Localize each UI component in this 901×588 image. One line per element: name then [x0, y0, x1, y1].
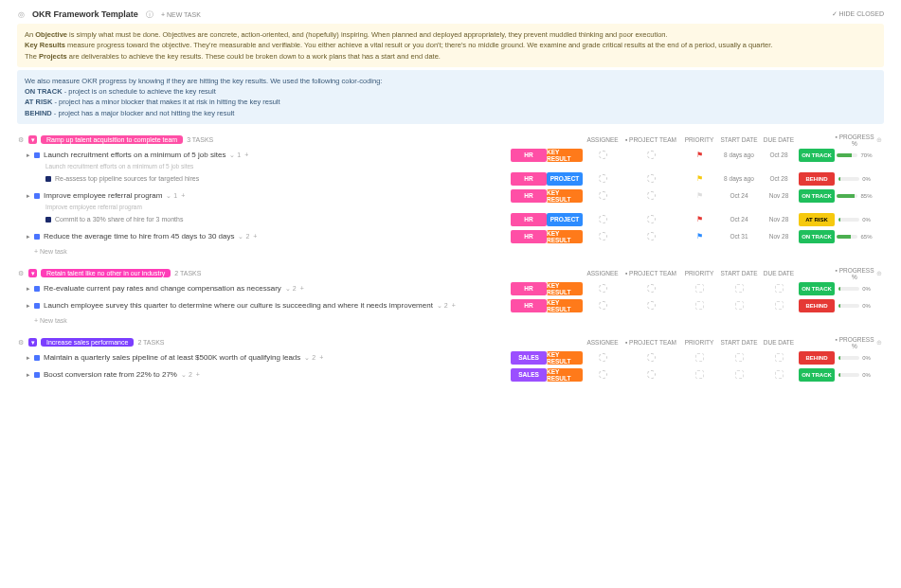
okr-progress-pill[interactable]: ON TRACK [799, 230, 835, 243]
task-name-cell[interactable]: ▸ Launch employee survey this quarter to… [17, 301, 511, 310]
due-date-cell[interactable]: Nov 28 [759, 213, 799, 226]
task-row[interactable]: Commit to a 30% share of hire for 3 mont… [17, 211, 884, 228]
col-progresspct[interactable]: ▪ PROGRESS % [835, 134, 874, 147]
status-square-icon[interactable] [34, 286, 40, 292]
okr-progress-pill[interactable]: BEHIND [799, 172, 835, 186]
task-name-cell[interactable]: ▸ Launch recruitment efforts on a minimu… [17, 151, 511, 159]
assignee-cell[interactable] [583, 368, 622, 382]
col-projectteam[interactable]: ▪ PROJECT TEAM [622, 136, 679, 143]
priority-flag-icon[interactable]: ⚑ [696, 174, 703, 183]
department-tag[interactable]: HR [511, 282, 547, 295]
col-okrtype[interactable]: ▪ OKR TYPE [547, 134, 583, 147]
status-square-icon[interactable] [45, 176, 51, 182]
col-okrtype[interactable]: ▪ OKR TYPE [547, 267, 583, 280]
col-startdate[interactable]: START DATE [719, 136, 759, 143]
start-date-cell[interactable] [719, 299, 759, 312]
priority-cell[interactable] [679, 299, 719, 312]
assignee-cell[interactable] [583, 282, 622, 295]
col-duedate[interactable]: DUE DATE [759, 270, 799, 276]
progress-cell[interactable]: 0% [835, 286, 874, 292]
priority-cell[interactable]: ⚑ [679, 230, 719, 243]
status-square-icon[interactable] [45, 217, 51, 223]
okr-progress-pill[interactable]: ON TRACK [799, 189, 835, 203]
start-date-cell[interactable] [719, 282, 759, 295]
due-date-cell[interactable] [759, 368, 799, 382]
col-okrprogress[interactable]: ▪ OKR PROGRESS [799, 336, 835, 349]
section-pill[interactable]: Increase sales performance [41, 338, 134, 347]
task-name-cell[interactable]: Commit to a 30% share of hire for 3 mont… [17, 216, 511, 223]
task-row[interactable]: ▸ Launch recruitment efforts on a minimu… [17, 147, 884, 164]
col-okrtype[interactable]: ▪ OKR TYPE [547, 336, 583, 349]
department-tag[interactable]: HR [511, 299, 547, 312]
status-square-icon[interactable] [34, 355, 40, 361]
col-priority[interactable]: PRIORITY [679, 270, 719, 276]
hide-closed-toggle[interactable]: ✓ HIDE CLOSED [832, 10, 884, 18]
col-department[interactable]: ▪ DEPARTMENT [511, 134, 547, 147]
col-startdate[interactable]: START DATE [719, 339, 759, 346]
okrtype-tag[interactable]: KEY RESULT [547, 282, 583, 295]
priority-cell[interactable] [679, 351, 719, 365]
okrtype-tag[interactable]: KEY RESULT [547, 189, 583, 203]
priority-flag-icon[interactable]: ⚑ [696, 215, 703, 223]
start-date-cell[interactable]: 8 days ago [719, 149, 759, 162]
status-square-icon[interactable] [34, 193, 40, 199]
col-startdate[interactable]: START DATE [719, 270, 759, 276]
expand-icon[interactable]: ▸ [27, 354, 30, 362]
start-date-cell[interactable]: Oct 31 [719, 230, 759, 243]
assignee-cell[interactable] [583, 189, 622, 203]
col-projectteam[interactable]: ▪ PROJECT TEAM [622, 339, 679, 346]
okrtype-tag[interactable]: KEY RESULT [547, 351, 583, 365]
col-projectteam[interactable]: ▪ PROJECT TEAM [622, 270, 679, 276]
department-tag[interactable]: HR [511, 149, 547, 162]
due-date-cell[interactable] [759, 299, 799, 312]
department-tag[interactable]: HR [511, 189, 547, 203]
okr-progress-pill[interactable]: ON TRACK [799, 282, 835, 295]
expand-icon[interactable]: ▸ [27, 371, 30, 379]
task-name-cell[interactable]: ▸ Boost conversion rate from 22% to 27% … [17, 370, 511, 379]
status-square-icon[interactable] [34, 234, 40, 240]
progress-cell[interactable]: 0% [835, 303, 874, 309]
progress-cell[interactable]: 0% [835, 372, 874, 378]
col-progresspct[interactable]: ▪ PROGRESS % [835, 336, 874, 349]
projectteam-cell[interactable] [622, 282, 679, 295]
okrtype-tag[interactable]: KEY RESULT [547, 230, 583, 243]
projectteam-cell[interactable] [622, 351, 679, 365]
okr-progress-pill[interactable]: BEHIND [799, 351, 835, 365]
add-subtask-icon[interactable]: + [244, 151, 248, 158]
col-duedate[interactable]: DUE DATE [759, 339, 799, 346]
priority-cell[interactable] [679, 282, 719, 295]
department-tag[interactable]: HR [511, 172, 547, 186]
progress-cell[interactable]: 0% [835, 217, 874, 223]
projectteam-cell[interactable] [622, 213, 679, 226]
expand-icon[interactable]: ▸ [27, 285, 30, 293]
col-assignee[interactable]: ASSIGNEE [583, 270, 622, 276]
assignee-cell[interactable] [583, 351, 622, 365]
add-subtask-icon[interactable]: + [319, 354, 323, 361]
add-subtask-icon[interactable]: + [253, 233, 257, 240]
expand-icon[interactable]: ▸ [27, 192, 30, 200]
section-pill[interactable]: Retain talent like no other in our indus… [41, 269, 171, 277]
department-tag[interactable]: SALES [511, 351, 547, 365]
col-priority[interactable]: PRIORITY [679, 136, 719, 143]
task-name-cell[interactable]: ▸ Reduce the average time to hire from 4… [17, 232, 511, 241]
collapse-icon[interactable]: ▾ [28, 135, 37, 144]
task-row[interactable]: ▸ Maintain a quarterly sales pipeline of… [17, 349, 884, 366]
assignee-cell[interactable] [583, 172, 622, 186]
task-row[interactable]: ▸ Reduce the average time to hire from 4… [17, 228, 884, 245]
okr-progress-pill[interactable]: AT RISK [799, 213, 835, 226]
start-date-cell[interactable]: Oct 24 [719, 213, 759, 226]
task-row[interactable]: ▸ Improve employee referral program ⌄ 1+… [17, 187, 884, 205]
info-icon[interactable]: ⓘ [146, 10, 153, 18]
department-tag[interactable]: SALES [511, 368, 547, 382]
section-settings-icon[interactable]: ⚙ [17, 136, 25, 144]
okrtype-tag[interactable]: PROJECT [547, 213, 583, 226]
priority-cell[interactable]: ⚑ [679, 149, 719, 162]
collapse-icon[interactable]: ▾ [28, 338, 37, 347]
priority-flag-icon[interactable]: ⚑ [696, 232, 703, 241]
new-task-button[interactable]: + NEW TASK [161, 11, 201, 18]
col-okrprogress[interactable]: ▪ OKR PROGRESS [799, 134, 835, 147]
col-progresspct[interactable]: ▪ PROGRESS % [835, 267, 874, 280]
col-department[interactable]: ▪ DEPARTMENT [511, 267, 547, 280]
col-assignee[interactable]: ASSIGNEE [583, 136, 622, 143]
status-square-icon[interactable] [34, 372, 40, 378]
